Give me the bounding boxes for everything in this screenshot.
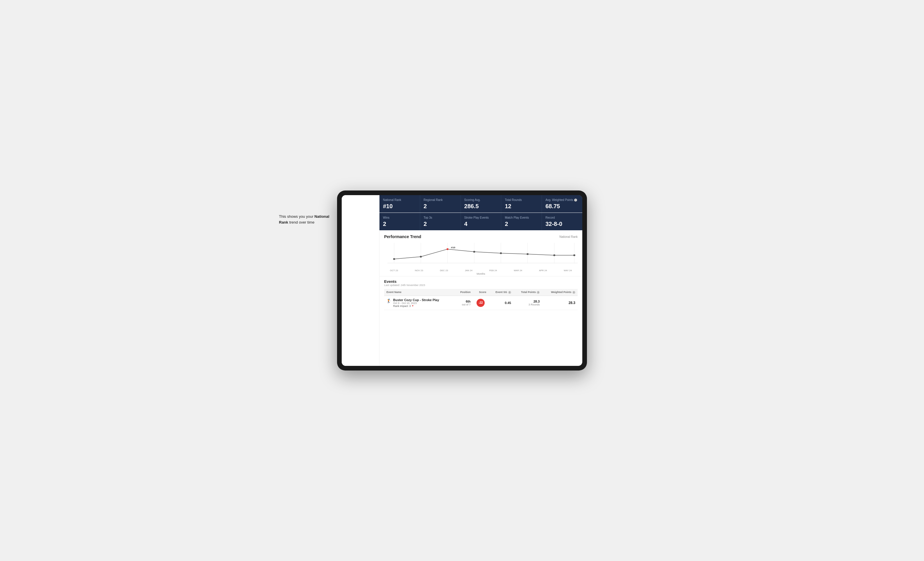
- stat-match-play-label: Match Play Events: [505, 216, 538, 220]
- svg-text:#10: #10: [451, 246, 456, 249]
- total-points-info-icon: i: [537, 291, 540, 294]
- rank-arrow-icon: ▼: [412, 305, 414, 307]
- x-label-mar24: MAR 24: [514, 269, 522, 272]
- annotation-text-after: trend over time: [288, 220, 314, 224]
- events-section: Events Last updated: 24th November 2023 …: [380, 277, 582, 313]
- performance-chart: #10: [384, 241, 578, 268]
- svg-point-16: [553, 254, 555, 256]
- event-position-cell: 6th out of 7: [454, 296, 473, 310]
- stat-scoring-avg: Scoring Avg. 286.5: [461, 195, 501, 212]
- event-name-cell: 🏌️ Buster Cozy Cup - Stroke Play Oct 9 -…: [384, 296, 454, 310]
- svg-point-15: [526, 253, 528, 255]
- event-total-rounds: 3 Rounds: [516, 303, 540, 306]
- stat-regional-rank-value: 2: [424, 203, 457, 209]
- svg-point-17: [573, 254, 575, 256]
- event-score-cell: -22: [473, 296, 489, 310]
- stat-scoring-avg-label: Scoring Avg.: [464, 198, 498, 202]
- content-area: National Rank #10 Regional Rank 2 Scorin…: [380, 195, 582, 366]
- annotation: This shows you your National Rank trend …: [279, 214, 331, 225]
- svg-point-13: [473, 251, 476, 253]
- stat-record-label: Record: [545, 216, 579, 220]
- event-position-value: 6th: [457, 300, 470, 303]
- event-name: Buster Cozy Cup - Stroke Play: [393, 298, 439, 302]
- svg-point-12: [447, 248, 448, 250]
- event-position-sub: out of 7: [457, 303, 470, 306]
- event-sg-cell: 0.45: [489, 296, 513, 310]
- col-total-points: Total Points i: [513, 289, 542, 296]
- x-label-dec23: DEC 23: [440, 269, 448, 272]
- performance-section: Performance Trend National Rank: [380, 230, 582, 277]
- col-weighted-points: Weighted Points i: [542, 289, 578, 296]
- stat-match-play-value: 2: [505, 221, 538, 227]
- event-sg-info-icon: i: [508, 291, 511, 294]
- event-info: Buster Cozy Cup - Stroke Play Oct 9 - Oc…: [393, 298, 439, 308]
- stat-total-rounds-value: 12: [505, 203, 538, 209]
- x-label-apr24: APR 24: [539, 269, 547, 272]
- performance-title: Performance Trend: [384, 234, 422, 239]
- event-sg-value: 0.45: [505, 301, 511, 305]
- events-last-updated: Last updated: 24th November 2023: [384, 284, 578, 287]
- stat-national-rank: National Rank #10: [380, 195, 420, 212]
- performance-header: Performance Trend National Rank: [384, 234, 578, 239]
- svg-point-14: [500, 252, 502, 254]
- stat-stroke-play-value: 4: [464, 221, 498, 227]
- event-total-points-value: 28.3: [516, 300, 540, 303]
- col-position: Position: [454, 289, 473, 296]
- stat-total-rounds-label: Total Rounds: [505, 198, 538, 202]
- stat-top3s: Top 3s 2: [420, 213, 460, 230]
- events-table: Event Name Position Score Event SG i Tot…: [384, 289, 578, 310]
- performance-axis-label: National Rank: [560, 235, 578, 238]
- stat-top3s-label: Top 3s: [424, 216, 457, 220]
- stat-wins: Wins 2: [380, 213, 420, 230]
- stat-national-rank-value: #10: [383, 203, 416, 209]
- events-title: Events: [384, 279, 578, 284]
- chart-x-labels: OCT 23 NOV 23 DEC 23 JAN 24 FEB 24 MAR 2…: [384, 269, 578, 272]
- stats-grid-row2: Wins 2 Top 3s 2 Stroke Play Events 4 Mat…: [380, 213, 582, 230]
- stat-national-rank-label: National Rank: [383, 198, 416, 202]
- x-label-may24: MAY 24: [564, 269, 572, 272]
- event-score-badge: -22: [477, 299, 484, 307]
- x-label-feb24: FEB 24: [489, 269, 497, 272]
- stat-stroke-play: Stroke Play Events 4: [461, 213, 501, 230]
- svg-point-10: [393, 258, 395, 260]
- stat-wins-label: Wins: [383, 216, 416, 220]
- events-table-body: 🏌️ Buster Cozy Cup - Stroke Play Oct 9 -…: [384, 296, 578, 310]
- stat-avg-weighted-value: 68.75: [545, 203, 579, 209]
- chart-area: #10 OCT 23 NOV 23 DEC 23 JAN 24 FEB 24 M…: [384, 241, 578, 273]
- stat-regional-rank: Regional Rank 2: [420, 195, 460, 212]
- x-label-jan24: JAN 24: [465, 269, 472, 272]
- x-label-oct23: OCT 23: [390, 269, 398, 272]
- event-name-container: 🏌️ Buster Cozy Cup - Stroke Play Oct 9 -…: [387, 298, 452, 308]
- event-weighted-points-cell: 28.3: [542, 296, 578, 310]
- col-event-name: Event Name: [384, 289, 454, 296]
- stat-top3s-value: 2: [424, 221, 457, 227]
- left-sidebar: [342, 195, 380, 366]
- svg-point-11: [420, 256, 422, 257]
- event-rank-impact: Rank Impact: 3 ▼: [393, 305, 439, 308]
- event-weighted-value: 28.3: [568, 301, 575, 305]
- tablet-frame: National Rank #10 Regional Rank 2 Scorin…: [337, 190, 587, 371]
- weighted-points-info-icon: i: [572, 291, 575, 294]
- stat-avg-weighted: Avg. Weighted Points i 68.75: [542, 195, 582, 212]
- stat-avg-weighted-label: Avg. Weighted Points i: [545, 198, 579, 202]
- tablet-screen: National Rank #10 Regional Rank 2 Scorin…: [342, 195, 582, 366]
- stat-record: Record 32-8-0: [542, 213, 582, 230]
- stats-grid-row1: National Rank #10 Regional Rank 2 Scorin…: [380, 195, 582, 212]
- col-score: Score: [473, 289, 489, 296]
- avg-weighted-info-icon: i: [574, 199, 577, 202]
- event-date: Oct 9 - Oct 10, 2023: [393, 302, 439, 305]
- x-label-nov23: NOV 23: [415, 269, 423, 272]
- events-table-header: Event Name Position Score Event SG i Tot…: [384, 289, 578, 296]
- stat-record-value: 32-8-0: [545, 221, 579, 227]
- stat-regional-rank-label: Regional Rank: [424, 198, 457, 202]
- annotation-text-before: This shows you your: [279, 214, 314, 218]
- col-event-sg: Event SG i: [489, 289, 513, 296]
- stat-match-play: Match Play Events 2: [501, 213, 542, 230]
- stat-stroke-play-label: Stroke Play Events: [464, 216, 498, 220]
- event-icon: 🏌️: [387, 299, 392, 303]
- stat-total-rounds: Total Rounds 12: [501, 195, 542, 212]
- stat-wins-value: 2: [383, 221, 416, 227]
- table-row: 🏌️ Buster Cozy Cup - Stroke Play Oct 9 -…: [384, 296, 578, 310]
- stat-scoring-avg-value: 286.5: [464, 203, 498, 209]
- event-total-points-cell: 28.3 3 Rounds: [513, 296, 542, 310]
